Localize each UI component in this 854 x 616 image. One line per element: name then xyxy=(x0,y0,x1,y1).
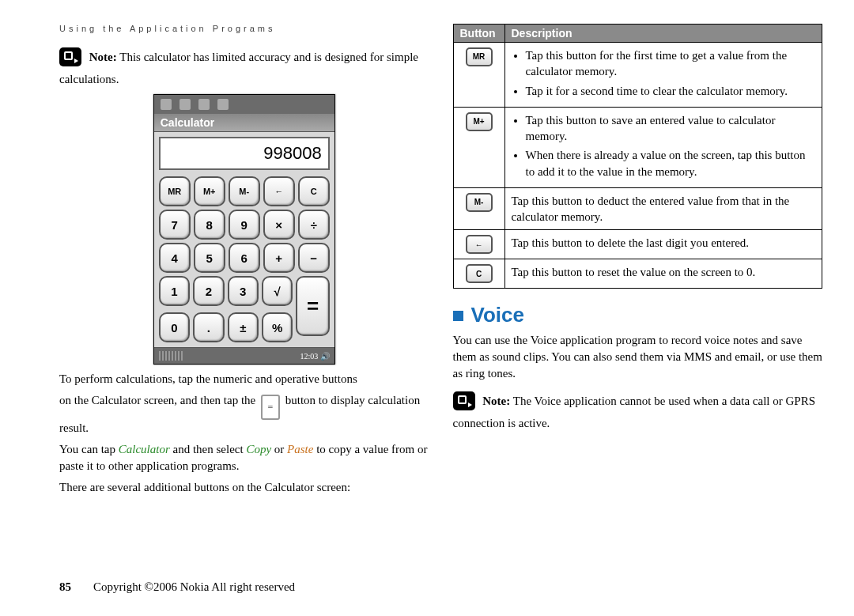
calc-btn-sqrt: √ xyxy=(262,276,293,306)
paragraph: on the Calculator screen, and then tap t… xyxy=(59,392,429,436)
status-bar xyxy=(154,95,334,114)
calc-btn-mplus: M+ xyxy=(194,176,225,206)
calc-btn-8: 8 xyxy=(194,210,225,240)
bottom-bar: 12:03 🔊 xyxy=(154,347,334,364)
calc-btn-dot: . xyxy=(193,312,224,342)
section-header: Using the Application Programs xyxy=(59,24,429,33)
calc-btn-5: 5 xyxy=(194,243,225,273)
note-voice: Note: The Voice application cannot be us… xyxy=(453,391,823,432)
calc-btn-mr: MR xyxy=(159,176,191,206)
table-row: M+ Tap this button to save an entered va… xyxy=(453,107,822,187)
status-icon xyxy=(217,99,229,110)
calculator-title: Calculator xyxy=(154,114,334,132)
calc-btn-clear: C xyxy=(298,176,330,206)
calc-btn-pct: % xyxy=(262,312,293,342)
table-row: M- Tap this button to deduct the entered… xyxy=(453,187,822,230)
calculator-keypad: MR M+ M- ← C 7 8 9 × ÷ 4 5 6 + xyxy=(154,175,334,347)
mplus-button-icon: M+ xyxy=(466,112,493,131)
paragraph: There are several additional buttons on … xyxy=(59,479,429,496)
mminus-button-icon: M- xyxy=(466,193,493,212)
table-header-button: Button xyxy=(453,25,504,43)
note-icon xyxy=(453,391,475,410)
paragraph: You can tap Calculator and then select C… xyxy=(59,441,429,474)
calc-btn-4: 4 xyxy=(159,243,191,273)
table-row: ← Tap this button to delete the last dig… xyxy=(453,230,822,259)
back-button-icon: ← xyxy=(466,235,493,254)
calc-btn-1: 1 xyxy=(159,276,190,306)
calc-btn-pm: ± xyxy=(228,312,259,342)
calculator-display: 998008 xyxy=(159,137,330,170)
calculator-screenshot: Calculator 998008 MR M+ M- ← C 7 8 9 × ÷ xyxy=(153,94,335,365)
calc-btn-3: 3 xyxy=(228,276,259,306)
calc-btn-mminus: M- xyxy=(229,176,260,206)
table-header-description: Description xyxy=(504,25,822,43)
paragraph: You can use the Voice application progra… xyxy=(453,332,823,382)
note-calculator: Note: This calculator has limited accura… xyxy=(59,47,429,88)
grip-icon xyxy=(159,351,183,361)
calc-btn-6: 6 xyxy=(229,243,260,273)
calc-btn-plus: + xyxy=(263,243,295,273)
calc-btn-0: 0 xyxy=(159,312,190,342)
footer: 85Copyright ©2006 Nokia All right reserv… xyxy=(59,580,295,594)
page-number: 85 xyxy=(59,580,71,593)
equals-inline-icon: = xyxy=(261,395,280,420)
calc-btn-div: ÷ xyxy=(298,210,330,240)
note-icon xyxy=(59,47,81,66)
status-icon xyxy=(161,99,172,110)
mr-button-icon: MR xyxy=(466,47,493,66)
calc-btn-equals: = xyxy=(296,276,329,336)
clear-button-icon: C xyxy=(466,264,493,283)
calc-btn-mult: × xyxy=(263,210,295,240)
voice-heading: Voice xyxy=(453,303,823,327)
calc-btn-7: 7 xyxy=(159,210,191,240)
copyright: Copyright ©2006 Nokia All right reserved xyxy=(93,580,295,593)
calc-btn-2: 2 xyxy=(193,276,224,306)
button-description-table: Button Description MR Tap this button fo… xyxy=(453,24,823,289)
calc-btn-minus: − xyxy=(298,243,330,273)
calc-btn-back: ← xyxy=(263,176,295,206)
calc-btn-9: 9 xyxy=(229,210,260,240)
square-bullet-icon xyxy=(453,311,463,321)
status-icon xyxy=(179,99,191,110)
status-icon xyxy=(198,99,210,110)
paragraph: To perform calculations, tap the numeric… xyxy=(59,371,429,387)
table-row: MR Tap this button for the first time to… xyxy=(453,43,822,108)
table-row: C Tap this button to reset the value on … xyxy=(453,259,822,289)
